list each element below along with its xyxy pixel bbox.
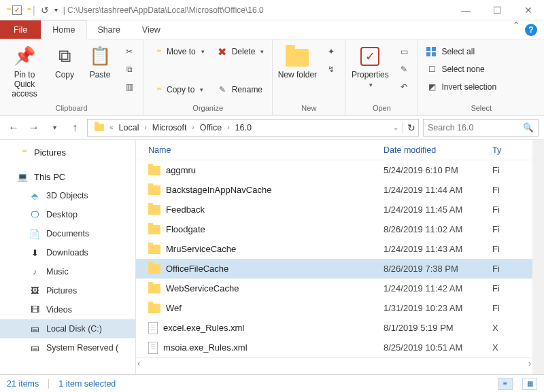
back-button[interactable]: ← (5, 120, 22, 136)
properties-button[interactable]: ✓ Properties ▾ (350, 42, 390, 90)
crumb-seg[interactable]: Local (115, 123, 143, 132)
file-name: BackstageInAppNavCache (166, 185, 271, 195)
refresh-icon[interactable]: ↻ (407, 122, 415, 133)
folder-icon (148, 264, 160, 274)
file-date: 1/24/2019 11:45 AM (384, 204, 492, 215)
group-new: New folder ✦ ↯ New (273, 39, 345, 115)
scissors-icon: ✂ (124, 47, 135, 56)
minimize-button[interactable]: — (450, 0, 481, 20)
pin-to-quick-access-button[interactable]: 📌 Pin to Quick access (4, 42, 45, 99)
crumb-seg[interactable]: Office (196, 123, 226, 132)
table-row[interactable]: WebServiceCache1/24/2019 11:42 AMFi (136, 279, 532, 298)
copy-path-button[interactable]: ⧉ (120, 61, 139, 77)
file-name: Feedback (166, 204, 205, 215)
search-icon[interactable]: 🔍 (523, 122, 534, 132)
easy-access-button[interactable]: ↯ (322, 61, 341, 77)
col-date[interactable]: Date modified (384, 145, 492, 155)
rename-button[interactable]: ✎Rename (213, 82, 269, 98)
main: Pictures 💻This PC ⬘3D Objects 🖵Desktop 📄… (0, 140, 544, 374)
table-row[interactable]: Wef1/31/2019 10:23 AMFi (136, 298, 532, 318)
undo-icon[interactable]: ↺ (41, 5, 49, 16)
vertical-scrollbar[interactable] (532, 140, 544, 374)
sidebar-item-desktop[interactable]: 🖵Desktop (0, 205, 135, 224)
sidebar-item-documents[interactable]: 📄Documents (0, 224, 135, 243)
sidebar-item-pictures[interactable]: 🖼Pictures (0, 281, 135, 300)
close-button[interactable]: ✕ (513, 0, 544, 20)
sidebar-item-pictures[interactable]: Pictures (0, 143, 135, 162)
details-view-button[interactable]: ≡ (498, 378, 513, 390)
sidebar-item-this-pc[interactable]: 💻This PC (0, 167, 135, 186)
invert-selection-button[interactable]: ◩Invert selection (422, 79, 500, 95)
maximize-button[interactable]: ☐ (481, 0, 513, 20)
column-headers[interactable]: Name Date modified Ty (136, 140, 532, 160)
history-button[interactable]: ↶ (394, 79, 413, 95)
table-row[interactable]: aggmru5/24/2019 6:10 PMFi (136, 160, 532, 180)
path-icon: ⧉ (124, 65, 135, 74)
sidebar-item-videos[interactable]: 🎞Videos (0, 300, 135, 319)
table-row[interactable]: MruServiceCache1/24/2019 11:43 AMFi (136, 239, 532, 259)
edit-button[interactable]: ✎ (394, 61, 413, 77)
crumb-seg[interactable]: 16.0 (231, 123, 256, 132)
search-input[interactable]: Search 16.0 🔍 (423, 119, 539, 137)
table-row[interactable]: excel.exe_Rules.xml8/1/2019 5:19 PMX (136, 318, 532, 338)
file-name: msoia.exe_Rules.xml (163, 342, 248, 353)
sidebar-item-music[interactable]: ♪Music (0, 262, 135, 281)
music-icon: ♪ (29, 267, 41, 277)
up-button[interactable]: ↑ (67, 120, 83, 136)
file-type: Fi (492, 264, 532, 274)
group-clipboard: 📌 Pin to Quick access ⧉ Copy 📋 Paste ✂ ⧉… (0, 39, 143, 115)
drive-icon: 🖴 (29, 343, 41, 353)
select-none-button[interactable]: ☐Select none (422, 61, 500, 77)
forward-button[interactable]: → (26, 120, 42, 136)
tab-share[interactable]: Share (87, 20, 131, 39)
select-all-button[interactable]: Select all (422, 43, 500, 60)
breadcrumb[interactable]: « Local› Microsoft› Office› 16.0 ⌄ ↻ (87, 119, 419, 137)
large-icons-view-button[interactable]: ▦ (522, 378, 537, 390)
move-to-button[interactable]: Move to▾ (148, 43, 209, 60)
col-type[interactable]: Ty (492, 145, 532, 155)
crumb-seg[interactable]: Microsoft (148, 123, 191, 132)
chevron-icon[interactable]: › (227, 124, 229, 131)
group-label: Open (350, 103, 413, 113)
new-folder-button[interactable]: New folder (277, 42, 318, 80)
paste-button[interactable]: 📋 Paste (84, 42, 116, 80)
chevron-icon[interactable]: › (144, 124, 146, 131)
invert-icon: ◩ (426, 82, 437, 92)
recent-dropdown[interactable]: ▾ (46, 120, 63, 136)
file-name: MruServiceCache (166, 244, 236, 254)
collapse-ribbon-icon[interactable]: ⌃ (507, 20, 525, 39)
sidebar-item-system-reserved[interactable]: 🖴System Reserved ( (0, 338, 135, 357)
col-name[interactable]: Name (148, 145, 384, 155)
sidebar-item-local-disk[interactable]: 🖴Local Disk (C:) (0, 319, 135, 338)
table-row[interactable]: BackstageInAppNavCache1/24/2019 11:44 AM… (136, 180, 532, 200)
delete-button[interactable]: ✖Delete▾ (213, 43, 269, 60)
help-icon[interactable]: ? (525, 24, 537, 36)
table-row[interactable]: msoia.exe_Rules.xml8/25/2019 10:51 AMX (136, 338, 532, 357)
cut-button[interactable]: ✂ (120, 43, 139, 60)
copy-to-button[interactable]: Copy to▾ (148, 82, 209, 98)
table-row[interactable]: OfficeFileCache8/26/2019 7:38 PMFi (136, 259, 532, 279)
tab-home[interactable]: Home (41, 20, 86, 39)
qat-checkbox-icon[interactable]: ✓ (12, 5, 22, 15)
open-button[interactable]: ▭ (394, 43, 413, 60)
scroll-left-icon[interactable]: ‹ (137, 359, 140, 368)
sidebar-item-downloads[interactable]: ⬇Downloads (0, 243, 135, 262)
table-row[interactable]: Feedback1/24/2019 11:45 AMFi (136, 200, 532, 219)
horizontal-scrollbar[interactable]: ‹› (136, 357, 532, 368)
table-row[interactable]: Floodgate8/26/2019 11:02 AMFi (136, 219, 532, 239)
chevron-icon[interactable]: « (109, 124, 114, 131)
sidebar-item-3d-objects[interactable]: ⬘3D Objects (0, 186, 135, 205)
file-date: 8/26/2019 11:02 AM (384, 224, 492, 234)
chevron-down-icon[interactable]: ⌄ (393, 124, 398, 131)
group-label: Select (422, 103, 540, 113)
scroll-right-icon[interactable]: › (528, 359, 531, 368)
chevron-down-icon: ▾ (369, 82, 373, 88)
file-name: WebServiceCache (166, 283, 239, 293)
tab-file[interactable]: File (0, 20, 41, 39)
paste-shortcut-button[interactable]: ▥ (120, 79, 139, 95)
chevron-icon[interactable]: › (192, 124, 194, 131)
group-label: Clipboard (4, 103, 139, 113)
copy-button[interactable]: ⧉ Copy (49, 42, 80, 80)
tab-view[interactable]: View (131, 20, 171, 39)
new-item-button[interactable]: ✦ (322, 43, 341, 60)
